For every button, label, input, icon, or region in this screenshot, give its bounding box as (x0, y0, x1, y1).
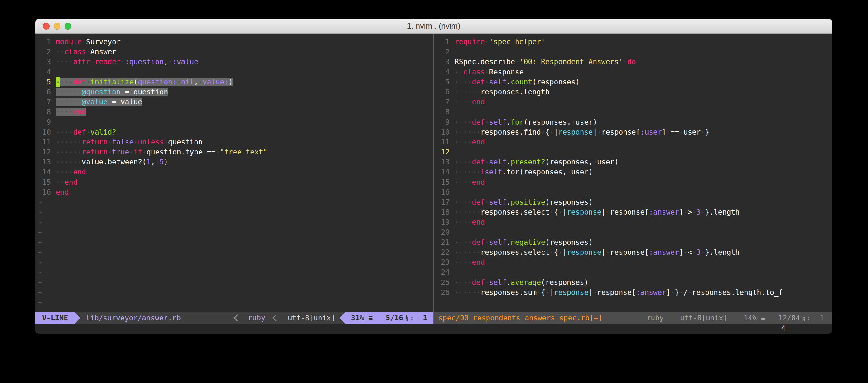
code-line: 2··class·Answer (38, 47, 433, 57)
code-line: 16end (38, 187, 433, 197)
filetype-left: ruby (245, 312, 268, 323)
code-line: 23····end (436, 257, 832, 267)
code-line: 25····def·self.average(responses) (436, 277, 832, 287)
code-line: 10······responses.find·{·|response|·resp… (436, 127, 832, 137)
lines-icon: ≡ (761, 314, 766, 322)
visual-selection: ······@question·=·question (56, 88, 168, 96)
editor-pane-left[interactable]: 1module·Surveyor2··class·Answer3····attr… (35, 34, 433, 323)
filler-tilde: ~ (38, 277, 433, 287)
filler-tilde: ~ (38, 298, 433, 307)
code-line: 4 (38, 67, 433, 77)
code-line: 9····def·self.for(responses,·user) (436, 117, 832, 127)
code-line: 7······@value·=·value (38, 97, 433, 107)
code-line: 5····def·self.count(responses) (436, 77, 832, 87)
code-line: 16 (436, 187, 832, 197)
filename-left: lib/surveyor/answer.rb (80, 312, 230, 323)
code-line: 12······return·true·if·question.type·==·… (38, 147, 433, 157)
minimize-button[interactable] (54, 23, 61, 30)
scroll-percent-right: 14% (744, 314, 757, 322)
filename-right: spec/00_respondents_answers_spec.rb[+] (434, 312, 639, 323)
filler-tilde: ~ (38, 197, 433, 207)
statusline-right: spec/00_respondents_answers_spec.rb[+] r… (434, 312, 832, 323)
line-number-symbol-icon: LN (803, 314, 805, 321)
encoding-left: utf-8[unix] (283, 312, 340, 323)
line-position-left: 5/16 (386, 314, 403, 322)
code-line: 17····def·self.positive(responses) (436, 197, 832, 207)
code-area-right[interactable]: 1require·'spec_helper'23RSpec.describe·'… (434, 34, 832, 312)
filler-tilde: ~ (38, 267, 433, 277)
code-area-left[interactable]: 1module·Surveyor2··class·Answer3····attr… (35, 34, 433, 312)
code-line: 22······responses.select·{·|response|·re… (436, 247, 832, 257)
code-line: 1require·'spec_helper' (436, 37, 832, 47)
code-line: 6······responses.length (436, 87, 832, 97)
code-line: 15····end (436, 177, 832, 187)
code-line: 18······responses.select·{·|response|·re… (436, 207, 832, 217)
filler-tilde: ~ (38, 237, 433, 247)
code-line: 4··class·Response (436, 67, 832, 77)
code-line: 8 (436, 107, 832, 117)
code-line: 19····end (436, 217, 832, 227)
filler-tilde: ~ (38, 257, 433, 267)
code-line: 5····def·initialize(question:·nil,·value… (38, 77, 433, 87)
zoom-button[interactable] (65, 23, 71, 30)
filler-tilde: ~ (38, 287, 433, 298)
position-segment-left: 31% ≡5/16LN: 1 (345, 312, 433, 323)
code-line: 13······value.between?(1,·5) (38, 157, 433, 167)
filler-tilde: ~ (38, 207, 433, 217)
window-title: 1. nvim . (nvim) (35, 19, 832, 33)
code-line: 9 (38, 117, 433, 127)
line-number-symbol-icon: LN (406, 314, 408, 321)
colon-separator: : (807, 314, 811, 322)
code-line: 15··end (38, 177, 433, 187)
code-line: 20 (436, 227, 832, 237)
visual-selection: ······@value·=·value (56, 98, 142, 106)
column-right: 1 (820, 314, 824, 322)
code-line: 3RSpec.describe·'00: Respondent Answers'… (436, 57, 832, 67)
powerline-arrow-icon (75, 312, 80, 323)
filler-tilde: ~ (38, 217, 433, 227)
code-line: 6······@question·=·question (38, 87, 433, 97)
chevron-left-icon (234, 314, 241, 322)
column-left: 1 (423, 314, 427, 322)
command-line[interactable]: 4 (35, 323, 832, 334)
editor-pane-right[interactable]: 1require·'spec_helper'23RSpec.describe·'… (434, 34, 832, 323)
code-line: 10····def·valid? (38, 127, 433, 137)
code-line: 24 (436, 267, 832, 277)
encoding-right: utf-8[unix] (672, 312, 736, 323)
desktop: 1. nvim . (nvim) 1module·Surveyor2··clas… (0, 0, 868, 383)
line-position-right: 12/84 (778, 314, 800, 322)
pending-command-count: 4 (781, 323, 785, 334)
code-line: 1module·Surveyor (38, 37, 433, 47)
traffic-lights (43, 19, 71, 33)
statusline-left: V-LINE lib/surveyor/answer.rb ruby utf-8… (35, 312, 433, 323)
code-line: 11······return·false·unless·question (38, 137, 433, 147)
powerline-arrow-icon (340, 312, 345, 323)
code-line: 2 (436, 47, 832, 57)
code-line: 21····def·self.negative(responses) (436, 237, 832, 247)
lines-icon: ≡ (369, 314, 373, 322)
code-line: 7····end (436, 97, 832, 107)
colon-separator: : (410, 314, 414, 322)
filler-tilde: ~ (38, 227, 433, 237)
close-button[interactable] (43, 23, 50, 30)
split-panes: 1module·Surveyor2··class·Answer3····attr… (35, 34, 832, 323)
code-line: 14····end (38, 167, 433, 177)
visual-selection: ···def·initialize(question:·nil,·value:) (60, 78, 233, 86)
code-line: 8····end (38, 107, 433, 117)
chevron-left-icon (272, 314, 279, 322)
visual-selection: ····end (56, 108, 86, 116)
text-cursor: · (56, 77, 60, 87)
filetype-right: ruby (639, 312, 672, 323)
code-line: 14······!self.for(responses,·user) (436, 167, 832, 177)
code-line: 12 (436, 147, 832, 157)
filler-tilde: ~ (38, 247, 433, 257)
titlebar[interactable]: 1. nvim . (nvim) (35, 19, 832, 34)
code-line: 13····def·self.present?(responses,·user) (436, 157, 832, 167)
code-line: 3····attr_reader·:question,·:value (38, 57, 433, 67)
code-line: 26······responses.sum·{·|response|·respo… (436, 287, 832, 298)
mode-indicator: V-LINE (35, 312, 75, 323)
scroll-percent-left: 31% (351, 314, 364, 322)
code-line: 11····end (436, 137, 832, 147)
terminal-window[interactable]: 1. nvim . (nvim) 1module·Surveyor2··clas… (35, 19, 832, 334)
position-segment-right: 14% ≡12/84LN: 1 (736, 312, 832, 323)
